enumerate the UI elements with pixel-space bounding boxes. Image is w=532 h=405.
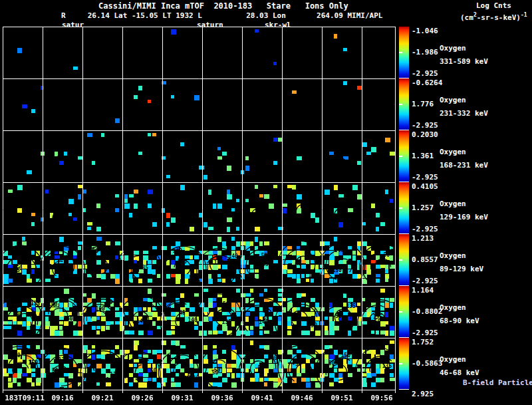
plot-window: Cassini/MIMI Inca mTOF 2010-183 Stare Io… — [0, 0, 532, 405]
colorbar-scale-mid: -1.986 — [412, 49, 438, 57]
colorbar-scale-bottom: -2.925 — [412, 174, 438, 182]
colorbar-scale-mid: 0.8557 — [412, 256, 438, 264]
time-tick-label: 09:51 — [331, 394, 352, 402]
colorbar-scale-bottom: 2.925 — [412, 390, 434, 398]
unit-prefix: (cm — [460, 13, 473, 22]
band-energy-range: 129-169 keV — [440, 213, 488, 221]
colorbar-scale-top: -1.046 — [412, 27, 438, 35]
time-tick-label: 09:46 — [291, 394, 313, 402]
time-tick-label: 09:21 — [91, 394, 113, 402]
band-energy-range: 46-68 keV — [440, 369, 479, 377]
colorbar-scale-bottom: -2.925 — [412, 70, 438, 78]
band-energy-range: 331-589 keV — [440, 58, 488, 66]
colorbar-band-3 — [399, 130, 409, 182]
bfield-flow-label: B-field Particle Flow — [463, 379, 532, 387]
colorbar-mid-tick — [399, 259, 402, 261]
colorbar-mid-tick — [399, 52, 402, 53]
band-energy-range: 231-332 keV — [440, 110, 488, 118]
colorbar-scale-top: 1.213 — [412, 235, 434, 243]
colorbar-scale-top: 1.752 — [412, 338, 434, 346]
colorbar-scale-bottom: -2.925 — [412, 277, 438, 285]
colorbar-scale-mid: -0.5863 — [412, 360, 442, 368]
colorbar-mid-tick — [399, 156, 402, 157]
band-species: Oxygen — [440, 96, 466, 104]
band-species: Oxygen — [440, 252, 466, 260]
colorbar-scale-top: 0.4105 — [412, 183, 438, 191]
band-species: Oxygen — [440, 200, 466, 208]
colorbar-scale-mid: 1.361 — [412, 152, 434, 160]
colorbar-title: Log Cnts — [476, 2, 511, 10]
band-energy-range: 89-129 keV — [440, 265, 483, 273]
colorbar-scale-mid: -0.8802 — [412, 308, 442, 316]
page-title: Cassini/MIMI Inca mTOF 2010-183 Stare Io… — [98, 2, 348, 11]
band-species: Oxygen — [440, 45, 466, 53]
colorbar-scale-bottom: -2.925 — [412, 329, 438, 337]
unit-mid: -sr-s-keV) — [477, 13, 521, 22]
colorbar-band-7 — [399, 338, 409, 390]
colorbar-band-1 — [399, 27, 409, 78]
unit-superscript-minus1: -1 — [521, 12, 527, 18]
spectrogram-canvas — [3, 27, 396, 394]
time-tick-label: 09:31 — [171, 394, 193, 402]
colorbar-scale-mid: 1.257 — [412, 204, 434, 212]
colorbar-scale-bottom: -2.925 — [412, 122, 438, 130]
colorbar-band-6 — [399, 286, 409, 338]
colorbar-scale-top: -0.6264 — [412, 79, 442, 87]
colorbar-scale-bottom: -2.925 — [412, 225, 438, 233]
colorbar-mid-tick — [399, 207, 402, 209]
band-species: Oxygen — [440, 356, 466, 364]
colorbar-scale-top: 0.2030 — [412, 131, 438, 139]
band-species: Oxygen — [440, 148, 466, 156]
colorbar-band-2 — [399, 78, 409, 130]
colorbar-band-4 — [399, 182, 409, 234]
colorbar-scale-top: 1.164 — [412, 287, 434, 295]
time-tick-label: 09:56 — [370, 394, 392, 402]
colorbar-band-5 — [399, 234, 409, 286]
colorbar-mid-tick — [399, 104, 402, 105]
ephemeris-line: R 26.14 Lat -15.05 LT 1932 L 28.03 Lon 2… — [61, 12, 382, 20]
time-tick-label: 09:16 — [51, 394, 73, 402]
time-tick-label: 09:26 — [131, 394, 153, 402]
colorbar-units: (cm2-sr-s-keV)-1 — [460, 11, 527, 22]
time-tick-label: 09:36 — [211, 394, 233, 402]
band-energy-range: 68-90 keV — [440, 317, 479, 325]
band-energy-range: 168-231 keV — [440, 162, 488, 170]
colorbar-mid-tick — [399, 363, 402, 364]
colorbar-mid-tick — [399, 311, 402, 313]
colorbar-scale-mid: 1.776 — [412, 100, 434, 108]
time-tick-label: 09:41 — [251, 394, 273, 402]
band-species: Oxygen — [440, 304, 466, 312]
time-tick-label: 183T09:11 — [5, 394, 45, 402]
